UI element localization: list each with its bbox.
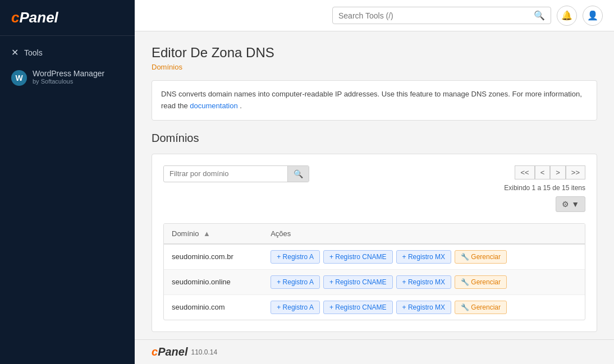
pagination-info: Exibindo 1 a 15 de 15 itens <box>504 184 585 192</box>
action-button-1[interactable]: + Registro CNAME <box>323 301 393 314</box>
filter-wrap: 🔍 <box>163 165 309 182</box>
action-button-3[interactable]: 🔧 Gerenciar <box>455 301 507 314</box>
action-button-3[interactable]: 🔧 Gerenciar <box>455 250 507 264</box>
actions-cell: + Registro A+ Registro CNAME+ Registro M… <box>263 294 585 320</box>
domains-controls: 🔍 << < > >> Exibindo 1 a 15 de 15 itens <box>163 165 585 223</box>
action-button-1[interactable]: + Registro CNAME <box>323 275 393 289</box>
domain-cell: seudominio.com.br <box>164 244 263 270</box>
header: 🔍 🔔 👤 <box>135 0 614 31</box>
sidebar-logo: cPanel <box>0 0 135 36</box>
sidebar-item-tools-label: Tools <box>24 48 43 57</box>
pagination-last[interactable]: >> <box>566 165 585 179</box>
actions-cell: + Registro A+ Registro CNAME+ Registro M… <box>263 269 585 294</box>
filter-search-icon: 🔍 <box>294 169 303 178</box>
action-button-0[interactable]: + Registro A <box>271 301 320 314</box>
sidebar: cPanel ✕ Tools W WordPress Manager by So… <box>0 0 135 364</box>
action-button-1[interactable]: + Registro CNAME <box>323 250 393 264</box>
domain-cell: seudominio.online <box>164 269 263 294</box>
filter-search-button[interactable]: 🔍 <box>287 166 309 182</box>
documentation-link[interactable]: documentation <box>190 102 237 110</box>
notifications-button[interactable]: 🔔 <box>557 6 577 26</box>
action-button-2[interactable]: + Registro MX <box>396 275 451 289</box>
description-box: DNS converts domain names into computer-… <box>152 80 597 121</box>
tools-icon: ✕ <box>11 47 19 58</box>
action-button-3[interactable]: 🔧 Gerenciar <box>455 275 507 289</box>
cpanel-logo-text: cPanel <box>11 9 123 26</box>
footer-logo-c: c <box>152 345 158 358</box>
domains-section: 🔍 << < > >> Exibindo 1 a 15 de 15 itens <box>152 154 597 332</box>
wordpress-title: WordPress Manager <box>33 69 104 78</box>
sidebar-item-wordpress[interactable]: W WordPress Manager by Softaculous <box>0 63 135 91</box>
user-icon: 👤 <box>587 10 598 21</box>
actions-cell: + Registro A+ Registro CNAME+ Registro M… <box>263 244 585 270</box>
user-menu-button[interactable]: 👤 <box>583 6 603 26</box>
footer-logo-panel: Panel <box>158 345 187 358</box>
footer-version: 110.0.14 <box>191 348 217 356</box>
bell-icon: 🔔 <box>561 10 572 21</box>
footer: cPanel 110.0.14 <box>135 339 614 364</box>
settings-arrow: ▼ <box>571 200 579 209</box>
search-bar: 🔍 <box>332 7 551 24</box>
page-title: Editor De Zona DNS <box>152 45 597 61</box>
pagination: << < > >> <box>515 165 585 179</box>
gear-icon: ⚙ <box>562 200 569 209</box>
description-text: DNS converts domain names into computer-… <box>161 90 382 98</box>
table-row: seudominio.com.br+ Registro A+ Registro … <box>164 244 585 270</box>
content-area: Editor De Zona DNS Domínios DNS converts… <box>135 31 614 339</box>
settings-button[interactable]: ⚙ ▼ <box>556 196 585 212</box>
col-domain[interactable]: Domínio ▲ <box>164 224 263 244</box>
action-button-2[interactable]: + Registro MX <box>396 301 451 314</box>
table-row: seudominio.com+ Registro A+ Registro CNA… <box>164 294 585 320</box>
action-button-2[interactable]: + Registro MX <box>396 250 451 264</box>
table-row: seudominio.online+ Registro A+ Registro … <box>164 269 585 294</box>
pagination-col: << < > >> Exibindo 1 a 15 de 15 itens <box>504 165 585 192</box>
pagination-next[interactable]: > <box>550 165 566 179</box>
wordpress-icon: W <box>11 70 27 86</box>
sidebar-navigation: ✕ Tools W WordPress Manager by Softaculo… <box>0 36 135 97</box>
search-button[interactable]: 🔍 <box>534 10 545 21</box>
col-actions: Ações <box>263 224 585 244</box>
domains-section-title: Domínios <box>152 132 597 145</box>
domains-table: Domínio ▲ Ações seudominio.com.br+ Regis… <box>164 224 585 320</box>
action-button-0[interactable]: + Registro A <box>271 250 320 264</box>
sort-arrow: ▲ <box>203 229 210 238</box>
top-controls: 🔍 << < > >> Exibindo 1 a 15 de 15 itens <box>163 165 585 192</box>
description-end: . <box>240 102 242 110</box>
main-area: 🔍 🔔 👤 Editor De Zona DNS Domínios DNS co… <box>135 0 614 364</box>
sidebar-item-tools[interactable]: ✕ Tools <box>0 42 135 63</box>
search-input[interactable] <box>338 11 529 20</box>
pagination-prev[interactable]: < <box>535 165 551 179</box>
domains-table-container: Domínio ▲ Ações seudominio.com.br+ Regis… <box>163 223 585 320</box>
action-button-0[interactable]: + Registro A <box>271 275 320 289</box>
wordpress-subtitle: by Softaculous <box>33 78 104 85</box>
domain-cell: seudominio.com <box>164 294 263 320</box>
footer-logo: cPanel <box>152 345 187 358</box>
pagination-first[interactable]: << <box>515 165 534 179</box>
breadcrumb: Domínios <box>152 63 597 71</box>
filter-input[interactable] <box>164 166 287 181</box>
